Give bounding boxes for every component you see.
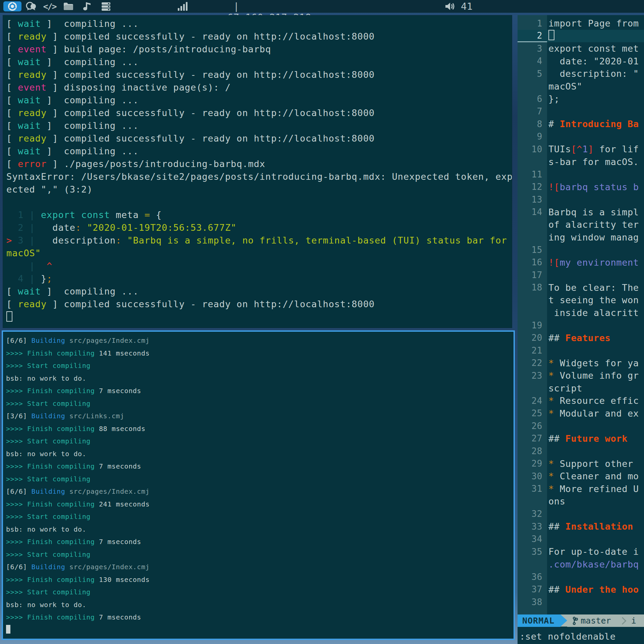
terminal-line: >>>> Finish compiling 130 mseconds [6,574,514,586]
chat-icon [25,2,37,11]
workspace-code[interactable]: </> [40,1,59,12]
editor-line: 28 [518,445,644,458]
editor-line: 6}; [518,93,644,105]
volume-level: 41 [461,1,473,12]
line-number: 6 [518,94,547,104]
terminal-line: [ wait ] compiling ... [6,56,512,68]
line-number: 17 [518,270,547,280]
terminal-build-focused[interactable]: [6/6] Building src/pages/Index.cmj>>>> F… [2,330,515,640]
vim-command-line[interactable]: :set nofoldenable [518,629,644,644]
editor-pane[interactable]: 1import Page from23export const met4 dat… [518,15,644,644]
vim-statusline: NORMAL master i [518,614,644,627]
editor-cursor-line: 2 [518,30,644,43]
terminal-line [6,311,512,323]
terminal-line: [ ready ] compiled successfully - ready … [6,30,512,43]
terminal-line: bsb: no work to do. [6,448,514,461]
line-number: 31 [518,484,547,494]
editor-line-text: }; [547,94,560,104]
editor-line: 22* Widgets for ya [518,357,644,370]
editor-line: 15 [518,244,644,256]
terminal-line: >>>> Finish compiling 7 mseconds [6,385,514,397]
workspace-files[interactable] [59,1,78,12]
terminal-line: >>>> Start compiling [6,548,514,561]
terminal-line: [6/6] Building src/pages/Index.cmj [6,485,514,498]
editor-line: 19 [518,319,644,332]
line-number: 3 [518,44,547,54]
editor-line: 23* Volume info gr [518,369,644,382]
editor-line: 37## Under the hoo [518,583,644,596]
terminal-dev-server[interactable]: [ wait ] compiling ...[ ready ] compiled… [3,15,512,328]
terminal-line: >>>> Finish compiling 7 mseconds [6,536,514,548]
terminal-line: >>>> Finish compiling 7 mseconds [6,611,514,624]
workspace-chat[interactable] [21,1,40,12]
terminal-line: >>>> Start compiling [6,397,514,410]
editor-line-text: # Introducing Ba [547,119,639,129]
line-number: 15 [518,245,547,255]
editor-line: 31* More refined U [518,483,644,495]
line-number: 24 [518,396,547,406]
line-number: 9 [518,131,547,142]
terminal-line: bsb: no work to do. [6,599,514,611]
line-number: 8 [518,119,547,129]
chrome-icon [8,2,17,11]
editor-line: 14Barbq is a simpl [518,206,644,219]
editor-line-text: TUIs[^1] for lif [547,144,639,154]
editor-line-text: ## Installation [547,521,633,532]
vim-mode-indicator: NORMAL [518,614,560,627]
line-number: 32 [518,509,547,519]
line-number: 26 [518,421,547,431]
line-number: 38 [518,597,547,607]
terminal-line: [ wait ] compiling ... [6,17,512,30]
editor-line-text: * Resource effic [547,395,639,406]
folder-icon [63,2,74,11]
editor-line-text: ![barbq status b [547,182,639,192]
terminal-line: 1 | export const meta = { [6,209,512,221]
editor-line-text: t seeing the won [547,295,639,305]
line-number: 16 [518,257,547,267]
terminal-line: macOS" [6,247,512,260]
editor-line: 4 date: "2020-01 [518,55,644,68]
editor-line: 34 [518,533,644,546]
terminal-line: [ ready ] compiled successfully - ready … [6,298,512,311]
editor-line: 17 [518,269,644,281]
editor-line-text: import Page from [547,18,639,29]
line-number: 4 [518,56,547,66]
ip-separator [227,1,233,12]
chevron-right-icon [619,617,626,625]
editor-line-text: * Widgets for ya [547,358,639,368]
editor-line: 38 [518,596,644,608]
terminal-line: [ event ] build page: /posts/introducing… [6,43,512,56]
editor-line: 29* Support other [518,458,644,470]
line-number: 22 [518,358,547,368]
terminal-line: >>>> Finish compiling 88 mseconds [6,423,514,435]
workspace-chrome-tile[interactable] [3,1,21,11]
editor-line-text: * Support other [547,459,633,469]
workspace-server[interactable] [97,1,115,12]
editor-line: 27## Future work [518,432,644,445]
line-number: 30 [518,471,547,481]
line-number: 10 [518,144,547,154]
editor-line: 30* Cleaner and mo [518,470,644,483]
editor-line-text: ons [547,496,566,506]
status-bar: </> 192.168.101.60 | 67.160 [0,0,644,13]
terminal-line: SyntaxError: /Users/bkase/site2/pages/po… [6,170,512,183]
terminal-line: [3/6] Building src/Links.cmj [6,410,514,423]
terminal-line: >>>> Start compiling [6,360,514,372]
editor-line: 10TUIs[^1] for lif [518,143,644,156]
editor-line-text: ## Features [547,333,610,343]
line-number: 18 [518,282,547,292]
editor-line: 3export const met [518,42,644,55]
editor-line: s-bar for macOS. [518,156,644,168]
line-number: 19 [518,320,547,330]
editor-line: t seeing the won [518,294,644,307]
terminal-line: [ ready ] compiled successfully - ready … [6,107,512,119]
terminal-line: [ ready ] compiled successfully - ready … [6,68,512,81]
editor-line: 11 [518,168,644,181]
editor-line: 32 [518,508,644,521]
line-number: 29 [518,459,547,469]
editor-line: inside alacritt [518,307,644,319]
terminal-line: [ event ] disposing inactive page(s): / [6,81,512,94]
line-number: 36 [518,572,547,582]
workspace-music[interactable] [78,1,97,12]
terminal-line: [ ready ] compiled successfully - ready … [6,132,512,145]
